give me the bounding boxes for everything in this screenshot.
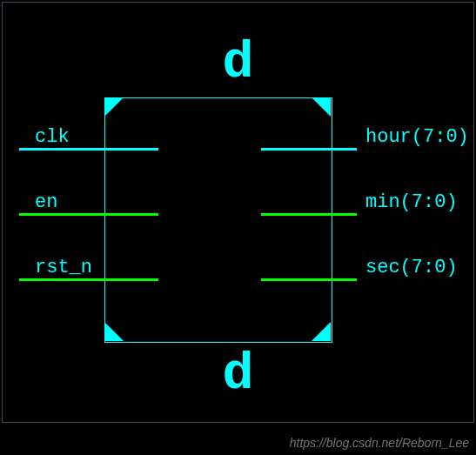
watermark-text: https://blog.csdn.net/Reborn_Lee (290, 436, 469, 450)
module-block (104, 97, 332, 343)
output-port-label-hour: hour(7:0) (365, 126, 469, 148)
output-port-label-min: min(7:0) (365, 191, 458, 213)
corner-marker-tr (312, 97, 331, 117)
output-port-wire-hour (261, 148, 357, 151)
schematic-canvas: d clk en rst_n hour(7:0) min(7:0) sec(7:… (0, 0, 476, 455)
input-port-label-en: en (35, 191, 57, 213)
corner-marker-tl (104, 97, 124, 117)
output-port-wire-sec (261, 278, 357, 281)
input-port-label-rst-n: rst_n (35, 257, 92, 278)
input-port-wire-en (19, 213, 158, 216)
input-port-wire-rst-n (19, 278, 158, 281)
module-title-bottom: d (0, 348, 476, 400)
module-title-top: d (0, 37, 476, 89)
output-port-wire-min (261, 213, 357, 216)
corner-marker-bl (104, 322, 124, 341)
input-port-wire-clk (19, 148, 158, 151)
corner-marker-br (312, 322, 331, 341)
input-port-label-clk: clk (35, 126, 70, 148)
output-port-label-sec: sec(7:0) (365, 257, 458, 278)
